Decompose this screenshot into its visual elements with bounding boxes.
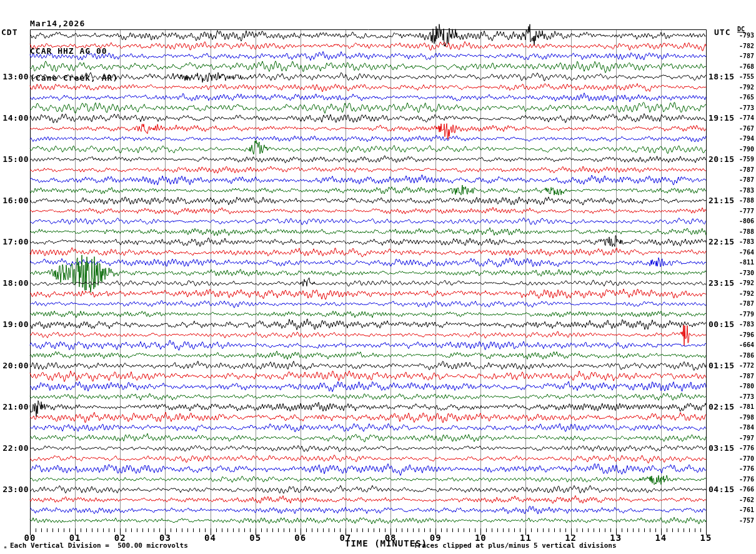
dc-offset-value: -782: [735, 43, 754, 50]
dc-offset-value: -765: [735, 94, 754, 101]
dc-offset-value: -779: [735, 311, 754, 318]
right-time-label: 23:15: [709, 278, 736, 288]
right-time-label: 22:15: [709, 237, 736, 247]
dc-offset-value: -806: [735, 218, 754, 225]
dc-offset-value: -783: [735, 187, 754, 194]
header-date: Mar14,2026: [30, 19, 118, 29]
dc-offset-value: -794: [735, 135, 754, 143]
header-station-location: (Cane Creek, AR): [30, 74, 118, 83]
footer-scale-note: Each Vertical Division = 500.00 microvol…: [10, 541, 188, 550]
dc-offset-value: -664: [735, 341, 754, 349]
minute-tick-label: 04: [198, 533, 223, 543]
left-time-label: 15:00: [0, 154, 29, 164]
corner-mark: ₘ: [4, 543, 7, 550]
dc-offset-value: -786: [735, 352, 754, 360]
left-time-label: 21:00: [0, 402, 29, 412]
left-time-label: 19:00: [0, 320, 29, 330]
right-time-label: 18:15: [709, 72, 736, 82]
dc-offset-value: -764: [735, 249, 754, 256]
dc-offset-value: -787: [735, 53, 754, 60]
left-time-label: 18:00: [0, 278, 29, 288]
left-time-label: 20:00: [0, 361, 29, 371]
dc-offset-value: -759: [735, 156, 754, 163]
dc-offset-value: -783: [735, 321, 754, 328]
dc-offset-value: -755: [735, 73, 754, 81]
minute-tick-label: 14: [649, 533, 674, 543]
dc-offset-value: -793: [735, 32, 754, 39]
dc-offset-value: -781: [735, 403, 754, 411]
right-time-label: 21:15: [709, 196, 736, 206]
dc-offset-value: -811: [735, 259, 754, 266]
left-timezone-label: CDT: [1, 28, 17, 37]
dc-offset-value: -777: [735, 208, 754, 215]
dc-offset-value: -790: [735, 146, 754, 153]
left-time-label: 17:00: [0, 237, 29, 247]
minute-tick-label: 05: [243, 533, 268, 543]
dc-offset-value: -776: [735, 476, 754, 483]
dc-offset-value: -787: [735, 300, 754, 308]
dc-offset-value: -774: [735, 114, 754, 122]
right-time-label: 19:15: [709, 113, 736, 123]
dc-offset-value: -772: [735, 362, 754, 370]
dc-offset-value: -797: [735, 435, 754, 442]
dc-offset-value: -770: [735, 455, 754, 463]
dc-offset-value: -773: [735, 104, 754, 112]
dc-offset-value: -780: [735, 383, 754, 390]
dc-offset-value: -798: [735, 414, 754, 421]
dc-offset-value: -792: [735, 290, 754, 298]
dc-offset-value: -788: [735, 197, 754, 204]
dc-offset-value: -787: [735, 373, 754, 380]
dc-offset-value: -792: [735, 84, 754, 91]
right-time-label: 01:15: [709, 361, 736, 371]
left-time-label: 23:00: [0, 485, 29, 495]
right-time-label: 02:15: [709, 402, 736, 412]
dc-offset-value: -776: [735, 465, 754, 473]
left-time-label: 22:00: [0, 443, 29, 453]
minute-tick-label: 06: [288, 533, 313, 543]
left-time-label: 14:00: [0, 113, 29, 123]
left-time-label: 13:00: [0, 72, 29, 82]
dc-offset-value: -787: [735, 176, 754, 184]
dc-offset-value: -762: [735, 496, 754, 504]
right-time-label: 04:15: [709, 485, 736, 495]
dc-offset-value: -796: [735, 331, 754, 339]
right-timezone-label: UTC: [714, 28, 730, 37]
dc-offset-value: -768: [735, 63, 754, 71]
right-time-label: 00:15: [709, 320, 736, 330]
dc-offset-value: -761: [735, 506, 754, 514]
dc-offset-value: -787: [735, 166, 754, 174]
dc-offset-value: -757: [735, 517, 754, 525]
right-time-label: 20:15: [709, 154, 736, 164]
dc-offset-value: -767: [735, 125, 754, 133]
dc-offset-value: -766: [735, 486, 754, 493]
right-time-label: 03:15: [709, 443, 736, 453]
helicorder-page: Mar14,2026 CCAR HHZ AG 00 (Cane Creek, A…: [0, 0, 756, 554]
plot-header: Mar14,2026 CCAR HHZ AG 00 (Cane Creek, A…: [30, 1, 118, 101]
dc-offset-value: -792: [735, 280, 754, 287]
dc-offset-value: -783: [735, 238, 754, 246]
dc-offset-value: -784: [735, 424, 754, 431]
header-station-id: CCAR HHZ AG 00: [30, 47, 118, 56]
left-time-label: 16:00: [0, 196, 29, 206]
dc-offset-value: -788: [735, 228, 754, 236]
dc-offset-value: -730: [735, 269, 754, 277]
footer-clip-note: Traces clipped at plus/minus 5 vertical …: [414, 541, 617, 550]
dc-offset-value: -773: [735, 393, 754, 401]
dc-offset-value: -776: [735, 445, 754, 452]
minute-tick-label: 15: [694, 533, 719, 543]
